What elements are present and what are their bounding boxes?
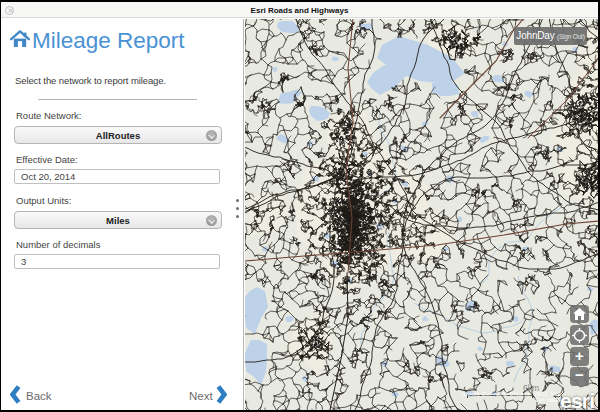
svg-text:Mileage Report: Mileage Report xyxy=(32,28,185,53)
